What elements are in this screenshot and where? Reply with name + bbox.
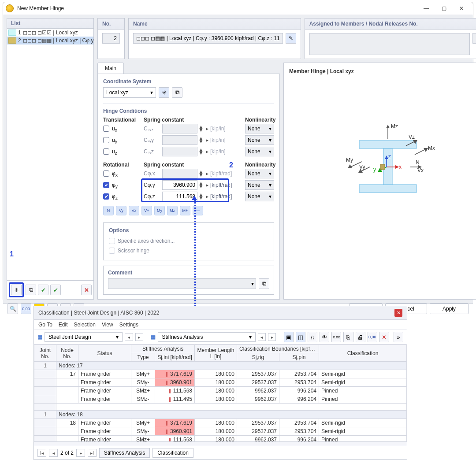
check-a-button[interactable]: ✔ bbox=[38, 285, 48, 295]
apply-button[interactable]: Apply bbox=[430, 304, 469, 314]
checkbox-ux[interactable] bbox=[103, 126, 109, 132]
toolbar-f[interactable]: ⎘ bbox=[343, 332, 353, 342]
preset-reset[interactable]: — bbox=[193, 206, 203, 215]
list-row-2[interactable]: 2 ◻◻◻ ◻▦▦ | Local xyz | Cφ.y : 3… bbox=[7, 37, 93, 44]
menu-selection[interactable]: Selection bbox=[74, 322, 96, 328]
toolbar-d[interactable]: 👁 bbox=[320, 332, 329, 342]
last-page[interactable]: ▸I bbox=[88, 449, 97, 457]
toolbar-more[interactable]: » bbox=[394, 332, 403, 342]
cs-select[interactable]: Local xyz▾ bbox=[103, 87, 156, 98]
assign-input[interactable] bbox=[309, 33, 470, 55]
horizontal-scrollbar[interactable] bbox=[34, 442, 407, 446]
results-title: Classification | Steel Joint Design | AI… bbox=[38, 310, 394, 316]
toolbar-c[interactable]: ⎌ bbox=[308, 332, 317, 342]
col-sa[interactable]: Stiffness Analysis bbox=[131, 345, 195, 353]
group-row[interactable]: 1Nodes: 18 bbox=[34, 411, 407, 419]
menu-view[interactable]: View bbox=[102, 322, 113, 328]
nl-ux[interactable]: None▾ bbox=[245, 124, 274, 133]
preset-mz[interactable]: Mz bbox=[167, 206, 178, 215]
results-prev-design[interactable]: ◂ bbox=[125, 333, 133, 341]
checkbox-phix[interactable] bbox=[103, 170, 109, 177]
preset-vz[interactable]: Vz bbox=[129, 206, 139, 215]
spinner-phiy[interactable]: ▲▼ bbox=[198, 182, 205, 188]
data-row[interactable]: 18Frame girderSMy+3717.619180.00029537.0… bbox=[34, 419, 407, 427]
preset-mplus[interactable]: M+ bbox=[180, 206, 190, 215]
results-prev-an[interactable]: ◂ bbox=[258, 333, 266, 341]
checkbox-uz[interactable] bbox=[103, 148, 109, 155]
data-row[interactable]: Frame girderSMz+111.568180.0009962.03799… bbox=[34, 436, 407, 442]
data-row[interactable]: Frame girderSMz+111.568180.0009962.03799… bbox=[34, 387, 407, 395]
list-rows: 1 ◻◻◻ ◻☑☑ | Local xyz 2 ◻◻◻ ◻▦▦ | Local … bbox=[7, 29, 93, 280]
checkbox-phiy[interactable]: ✔ bbox=[103, 182, 109, 188]
col-node[interactable]: NodeNo. bbox=[56, 345, 78, 362]
edit-name-button[interactable]: ✎ bbox=[286, 33, 296, 44]
data-row[interactable]: Frame girderSMz-111.495180.0009962.03799… bbox=[34, 395, 407, 404]
data-row[interactable]: Frame girderSMy-3960.901180.00029537.037… bbox=[34, 427, 407, 436]
comment-input[interactable]: ▾ bbox=[108, 278, 256, 289]
first-page[interactable]: I◂ bbox=[37, 449, 46, 457]
spinner-phiz[interactable]: ▲▼ bbox=[198, 193, 205, 200]
results-design-select[interactable]: Steel Joint Design▾ bbox=[45, 332, 123, 342]
goto-phiy[interactable]: ▸ bbox=[206, 182, 208, 188]
checkbox-uy[interactable] bbox=[103, 137, 109, 143]
minimize-button[interactable]: — bbox=[417, 2, 435, 15]
data-row[interactable]: 17Frame girderSMy+3717.619180.00029537.0… bbox=[34, 370, 407, 378]
data-row[interactable]: Frame girderSMy-3960.901180.00029537.037… bbox=[34, 378, 407, 387]
list-row-1[interactable]: 1 ◻◻◻ ◻☑☑ | Local xyz bbox=[7, 29, 93, 37]
comment-copy-button[interactable]: ⧉ bbox=[259, 278, 269, 289]
chevron-down-icon: ▾ bbox=[150, 89, 153, 96]
results-next-an[interactable]: ▸ bbox=[268, 333, 276, 341]
col-status[interactable]: Status bbox=[78, 345, 131, 362]
prev-page[interactable]: ◂ bbox=[49, 449, 58, 457]
preset-my[interactable]: My bbox=[154, 206, 165, 215]
tab-main[interactable]: Main bbox=[97, 63, 124, 74]
close-button[interactable]: ✕ bbox=[453, 2, 470, 15]
preset-n[interactable]: N bbox=[103, 206, 114, 215]
nl-phiz[interactable]: None▾ bbox=[245, 192, 274, 201]
col-memberlen[interactable]: Member LengthL [in] bbox=[195, 345, 237, 362]
nl-phix[interactable]: None▾ bbox=[245, 169, 274, 178]
copy-item-button[interactable]: ⧉ bbox=[26, 285, 36, 295]
nl-phiy[interactable]: None▾ bbox=[245, 180, 274, 190]
menu-goto[interactable]: Go To bbox=[38, 322, 52, 328]
group-row[interactable]: 1Nodes: 17 bbox=[34, 362, 407, 370]
nl-uz[interactable]: None▾ bbox=[245, 147, 274, 156]
toolbar-a[interactable]: ▣ bbox=[284, 332, 294, 342]
tab-stiffness[interactable]: Stiffness Analysis bbox=[99, 448, 150, 458]
col-sa-type[interactable]: Type bbox=[131, 353, 155, 362]
col-cb[interactable]: Classification Boundaries [kipft/rad] bbox=[237, 345, 319, 353]
toolbar-h[interactable]: 0,00 bbox=[368, 332, 377, 342]
results-next-design[interactable]: ▸ bbox=[135, 333, 143, 341]
col-cb-r[interactable]: Sj,rig bbox=[237, 353, 279, 362]
cs-copy-button[interactable]: ⧉ bbox=[172, 87, 182, 98]
next-page[interactable]: ▸ bbox=[76, 449, 85, 457]
col-joint[interactable]: JointNo. bbox=[34, 345, 56, 362]
toolbar-e[interactable]: x.xx bbox=[331, 332, 341, 342]
cs-new-button[interactable]: ✳ bbox=[159, 87, 169, 98]
units-button[interactable]: 0,00 bbox=[21, 304, 31, 314]
col-cb-p[interactable]: Sj,pin bbox=[279, 353, 319, 362]
preset-vy[interactable]: Vy bbox=[116, 206, 126, 215]
preset-vplus[interactable]: V+ bbox=[141, 206, 152, 215]
toolbar-i[interactable]: ✕ bbox=[379, 332, 389, 342]
results-close-button[interactable]: ✕ bbox=[394, 309, 402, 317]
toolbar-g[interactable]: 🖨 bbox=[356, 332, 365, 342]
toolbar-b[interactable]: ◫ bbox=[296, 332, 305, 342]
new-item-button[interactable]: ✳ bbox=[11, 285, 22, 295]
check-b-button[interactable]: ✔ bbox=[50, 285, 61, 295]
goto-phiz[interactable]: ▸ bbox=[206, 193, 208, 200]
pick-member-button[interactable]: ↘ bbox=[472, 33, 476, 44]
col-sa-s[interactable]: Sj,ini [kipft/rad] bbox=[155, 353, 195, 362]
col-class[interactable]: Classification bbox=[319, 345, 407, 362]
nl-uy[interactable]: None▾ bbox=[245, 135, 274, 145]
checkbox-phiz[interactable]: ✔ bbox=[103, 193, 109, 200]
menu-edit[interactable]: Edit bbox=[59, 322, 68, 328]
maximize-button[interactable]: ▢ bbox=[435, 2, 453, 15]
spring-phiy-input[interactable]: 3960.900 bbox=[162, 180, 197, 190]
search-button[interactable]: 🔍 bbox=[7, 304, 18, 314]
tab-classification[interactable]: Classification bbox=[152, 448, 193, 458]
menu-settings[interactable]: Settings bbox=[119, 322, 138, 328]
delete-item-button[interactable]: ✕ bbox=[81, 285, 92, 295]
results-analysis-select[interactable]: Stiffness Analysis▾ bbox=[158, 332, 255, 342]
results-table[interactable]: JointNo. NodeNo. Status Stiffness Analys… bbox=[34, 344, 407, 442]
